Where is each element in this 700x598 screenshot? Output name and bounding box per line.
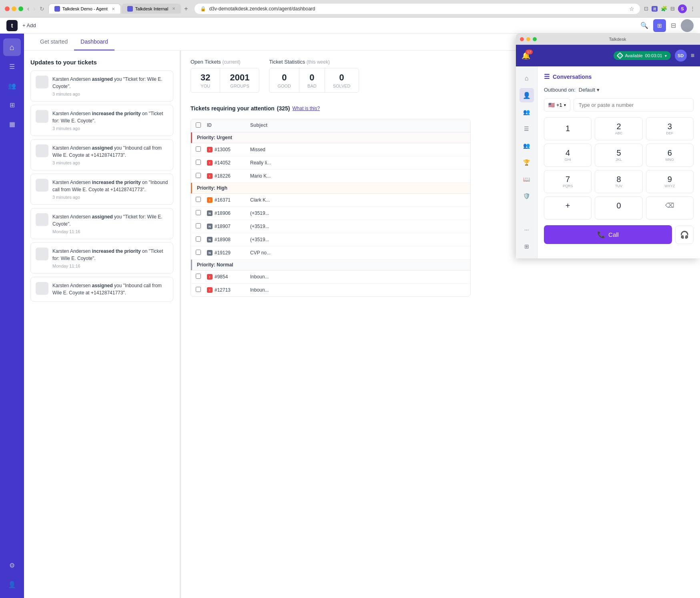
user-avatar-toolbar[interactable] [681,19,694,32]
dial-5[interactable]: 5 JKL [595,144,642,167]
dial-2[interactable]: 2 ABC [595,117,642,140]
ticket-row[interactable]: ! #16371 Clark K... [191,194,470,207]
td-nav-more[interactable]: ··· [519,222,534,237]
dial-1[interactable]: 1 [544,117,592,140]
sidebar-item-analytics[interactable]: ▦ [3,115,21,133]
ticket-row[interactable]: ! #13005 Missed [191,143,470,156]
close-dot[interactable] [5,6,10,11]
row-checkbox[interactable] [196,287,201,292]
phone-number-input[interactable] [574,98,694,112]
td-nav-team[interactable]: 👥 [519,138,534,153]
row-checkbox[interactable] [196,160,201,165]
dial-0[interactable]: 0 . [595,196,642,220]
td-user-badge[interactable]: SD [675,50,687,62]
ticket-row[interactable]: ! #18226 Mario K... [191,170,470,183]
td-nav-book[interactable]: 📖 [519,172,534,186]
row-checkbox[interactable] [196,146,201,152]
td-chevron-down-icon[interactable]: ▾ [665,54,667,58]
sidebar-item-contacts[interactable]: 👥 [3,77,21,94]
row-checkbox[interactable] [196,236,201,242]
td-outbound-select[interactable]: Default ▾ [579,87,600,93]
dial-plus[interactable]: + . [544,196,592,220]
user-avatar-browser[interactable]: S [678,4,687,13]
tab-dashboard[interactable]: Dashboard [74,34,114,50]
td-notification-bell[interactable]: 🔔 17 [521,51,530,60]
headphone-button[interactable]: 🎧 [675,226,694,244]
dial-6[interactable]: 6 MNO [646,144,694,167]
tab-talkdemo[interactable]: Talkdesk Demo - Agent ✕ [48,4,121,14]
td-nav-home[interactable]: ⌂ [519,71,534,86]
stat-num-good: 0 [277,72,291,83]
apps-button[interactable]: ⊞ [653,19,666,32]
ext-icon-4[interactable]: ⊟ [670,6,675,12]
ext-icon-2[interactable]: it [652,6,658,12]
td-flag-select[interactable]: 🇺🇸 +1 ▾ [544,98,570,112]
dial-3[interactable]: 3 DEF [646,117,694,140]
star-icon[interactable]: ☆ [629,6,634,12]
td-menu-lines-icon[interactable]: ≡ [691,52,694,59]
add-button[interactable]: + Add [22,22,36,28]
row-checkbox[interactable] [196,223,201,228]
nav-refresh-icon[interactable]: ↻ [40,6,44,12]
td-nav-trophy[interactable]: 🏆 [519,155,534,170]
ticket-row[interactable]: N #18906 (+3519... [191,207,470,220]
tab2-close-icon[interactable]: ✕ [172,6,175,11]
sidebar-item-tickets[interactable]: ☰ [3,58,21,75]
td-status-indicator[interactable]: Available 00:03:01 ▾ [614,51,670,60]
ticket-subject: Mario K... [245,170,470,182]
dial-4[interactable]: 4 GHI [544,144,592,167]
row-checkbox[interactable] [196,210,201,215]
ticket-row[interactable]: N #19129 CVP no... [191,246,470,260]
attention-title-area: Tickets requiring your attention (325) W… [191,105,320,112]
tab-get-started[interactable]: Get started [34,34,74,50]
nav-forward-icon[interactable]: › [33,5,35,12]
td-nav-list[interactable]: ☰ [519,122,534,136]
td-nav-grid[interactable]: ⊞ [519,239,534,254]
ticket-row[interactable]: ! #9854 Inboun... [191,270,470,284]
ext-icon-3[interactable]: 🧩 [661,6,667,12]
tab-close-icon[interactable]: ✕ [112,7,115,11]
ticket-row[interactable]: N #18908 (+3519... [191,233,470,246]
grid-icon[interactable]: ⊟ [671,22,676,29]
app-toolbar: t + Add 🔍 ⊞ ⊟ [0,18,700,34]
td-maximize-dot[interactable] [533,37,537,41]
td-nav-conversations[interactable]: 👤 [519,88,534,102]
row-checkbox[interactable] [196,173,201,178]
stat-num-you: 32 [201,72,210,83]
dial-backspace[interactable]: ⌫ . [646,196,694,220]
td-nav-contacts[interactable]: 👥 [519,105,534,119]
sidebar-item-settings[interactable]: ⚙ [3,556,21,574]
tab-talkinternal[interactable]: Talkdesk Internal ✕ [122,4,181,14]
ticket-row[interactable]: ! #12713 Inboun... [191,284,470,296]
attention-link[interactable]: What is this? [292,106,320,111]
ticket-id: #12713 [215,287,231,293]
sidebar-item-user[interactable]: 👤 [3,576,21,593]
row-checkbox[interactable] [196,250,201,255]
nav-back-icon[interactable]: ‹ [27,5,29,12]
stat-you: 32 YOU [191,68,220,92]
new-tab-button[interactable]: + [182,4,190,14]
search-icon[interactable]: 🔍 [640,22,648,29]
select-all-checkbox[interactable] [196,122,201,128]
ext-icon-1[interactable]: ⊡ [644,6,648,12]
browser-menu-icon[interactable]: ⋮ [690,6,695,12]
minimize-dot[interactable] [12,6,16,11]
row-checkbox[interactable] [196,274,201,279]
url-text: d3v-demotalkdesk.zendesk.com/agent/dashb… [209,6,315,12]
call-button[interactable]: 📞 Call [544,225,672,244]
address-bar[interactable]: 🔒 d3v-demotalkdesk.zendesk.com/agent/das… [195,4,640,14]
td-close-dot[interactable] [520,37,524,41]
sidebar-item-home[interactable]: ⌂ [3,38,21,56]
ticket-row[interactable]: N #18907 (+3519... [191,220,470,233]
row-checkbox[interactable] [196,197,201,202]
sidebar-item-reports[interactable]: ⊞ [3,96,21,114]
ticket-row[interactable]: ! #14052 Really li... [191,156,470,170]
maximize-dot[interactable] [18,6,23,11]
dial-7[interactable]: 7 PQRS [544,170,592,193]
dial-8[interactable]: 8 TUV [595,170,642,193]
td-minimize-dot[interactable] [526,37,530,41]
th-check[interactable] [191,119,205,132]
td-nav-shield[interactable]: 🛡️ [519,189,534,203]
dial-9[interactable]: 9 WXYZ [646,170,694,193]
lock-icon: 🔒 [200,6,206,12]
